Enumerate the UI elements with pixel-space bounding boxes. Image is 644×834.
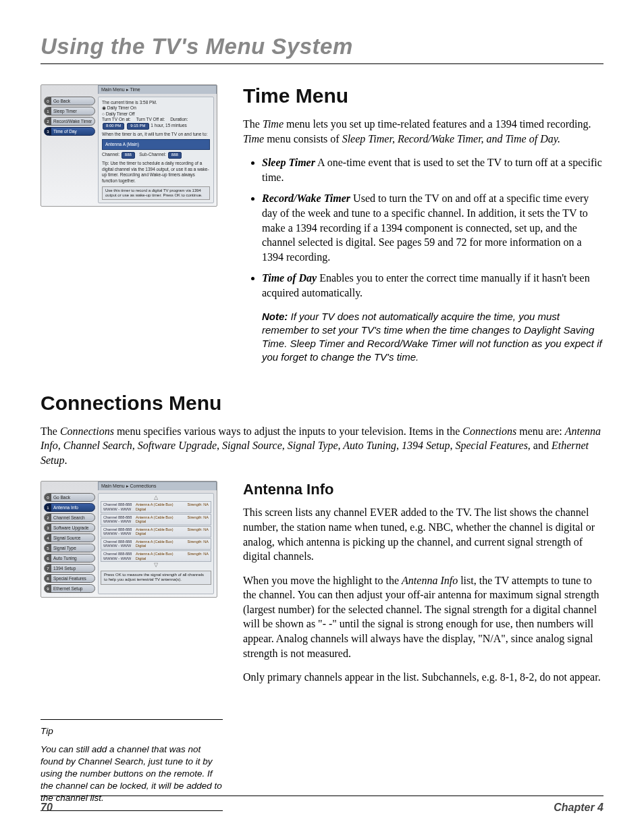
time-menu-row: Main Menu ▸ Time 0Go Back 1Sleep Timer 2… (41, 84, 603, 365)
page-number: 70 (41, 802, 53, 814)
table-row[interactable]: Channel 888-888WWWW - WWW Antenna A (Cab… (101, 514, 211, 525)
connections-row: Main Menu ▸ Connections 0Go Back 1Antenn… (41, 481, 603, 810)
bullet-record-wake: Record/Wake Timer Used to turn the TV on… (262, 191, 603, 264)
tv-conn-btn-ethernet-setup[interactable]: 9Ethernet Setup (44, 584, 95, 593)
time-menu-heading: Time Menu (243, 84, 603, 107)
antenna-info-heading: Antenna Info (243, 481, 603, 498)
tv-time-menu-figure: Main Menu ▸ Time 0Go Back 1Sleep Timer 2… (41, 84, 217, 207)
tv-current-time: The current time is 3:58 PM. (102, 100, 210, 105)
bullet-time-of-day: Time of Day Enables you to enter the cor… (262, 271, 603, 300)
tv-time-btn-record-wake[interactable]: 2Record/Wake Timer (44, 117, 95, 126)
title-rule (41, 63, 603, 64)
time-menu-intro: The Time menu lets you set up time-relat… (243, 117, 603, 146)
tv-subchannel-field[interactable]: 888 (168, 152, 182, 159)
antenna-info-p3: Only primary channels appear in the list… (243, 670, 603, 685)
tv-time-help: Use this timer to record a digital TV pr… (102, 186, 210, 200)
page-footer: 70 Chapter 4 (41, 796, 603, 814)
tv-conn-btn-special-features[interactable]: 8Special Features (44, 574, 95, 583)
tv-conn-btn-channel-search[interactable]: 2Channel Search (44, 513, 95, 522)
bullet-sleep-timer: Sleep Timer A one-time event that is use… (262, 155, 603, 184)
tv-conn-btn-go-back[interactable]: 0Go Back (44, 493, 95, 502)
time-menu-bullets: Sleep Timer A one-time event that is use… (243, 155, 603, 300)
table-row[interactable]: Channel 888-888WWWW - WWW Antenna A (Cab… (101, 538, 211, 550)
connections-intro: The Connections menu specifies various w… (41, 424, 603, 468)
scroll-down-icon[interactable]: ▽ (101, 563, 211, 568)
tv-time-tip: Tip: Use the timer to schedule a daily r… (102, 161, 210, 184)
tv-conn-btn-auto-tuning[interactable]: 6Auto Tuning (44, 554, 95, 563)
tv-daily-off[interactable]: ○ Daily Timer Off (102, 111, 210, 117)
tv-conn-btn-signal-source[interactable]: 4Signal Source (44, 533, 95, 542)
connections-heading: Connections Menu (41, 392, 603, 415)
antenna-info-p2: When you move the highlight to the Anten… (243, 573, 603, 661)
scroll-up-icon[interactable]: △ (101, 495, 211, 500)
tv-channel-field[interactable]: 888 (122, 152, 135, 159)
tv-antenna-label[interactable]: Antenna A (Main) (102, 139, 210, 150)
tv-conn-help: Press OK to measure the signal strength … (101, 571, 211, 584)
table-row[interactable]: Channel 888-888WWWW - WWW Antenna A (Cab… (101, 501, 211, 513)
tv-time-breadcrumb: Main Menu ▸ Time (98, 85, 217, 94)
tv-on-time[interactable]: 8:00 PM (103, 123, 124, 130)
tv-conn-btn-1394-setup[interactable]: 71394 Setup (44, 564, 95, 573)
table-row[interactable]: Channel 888-888WWWW - WWW Antenna A (Cab… (101, 526, 211, 538)
tv-conn-btn-software-upgrade[interactable]: 3Software Upgrade (44, 523, 95, 532)
antenna-info-p1: This screen lists any channel EVER added… (243, 505, 603, 563)
tip-body: You can still add a channel that was not… (41, 744, 222, 804)
tv-time-btn-go-back[interactable]: 0Go Back (44, 97, 95, 105)
tv-conn-btn-signal-type[interactable]: 5Signal Type (44, 544, 95, 552)
tv-off-time[interactable]: 9:15 PM (127, 123, 149, 130)
tv-time-btn-sleep-timer[interactable]: 1Sleep Timer (44, 107, 95, 115)
tv-conn-breadcrumb: Main Menu ▸ Connections (98, 481, 217, 490)
tip-title: Tip (41, 725, 223, 737)
page-title: Using the TV's Menu System (41, 34, 603, 59)
tv-tune-msg: When the timer is on, it will turn the T… (102, 132, 210, 137)
chapter-label: Chapter 4 (554, 802, 603, 814)
tv-daily-on[interactable]: ◉ Daily Timer On (102, 105, 210, 111)
table-row[interactable]: Channel 888-888WWWW - WWW Antenna A (Cab… (101, 550, 211, 562)
tv-connections-figure: Main Menu ▸ Connections 0Go Back 1Antenn… (41, 481, 217, 598)
tv-time-btn-time-of-day[interactable]: 3Time of Day (44, 127, 95, 136)
tv-conn-btn-antenna-info[interactable]: 1Antenna Info (44, 503, 95, 512)
connections-section: Connections Menu The Connections menu sp… (41, 392, 603, 468)
time-menu-note: Note: If your TV does not automatically … (262, 310, 603, 365)
